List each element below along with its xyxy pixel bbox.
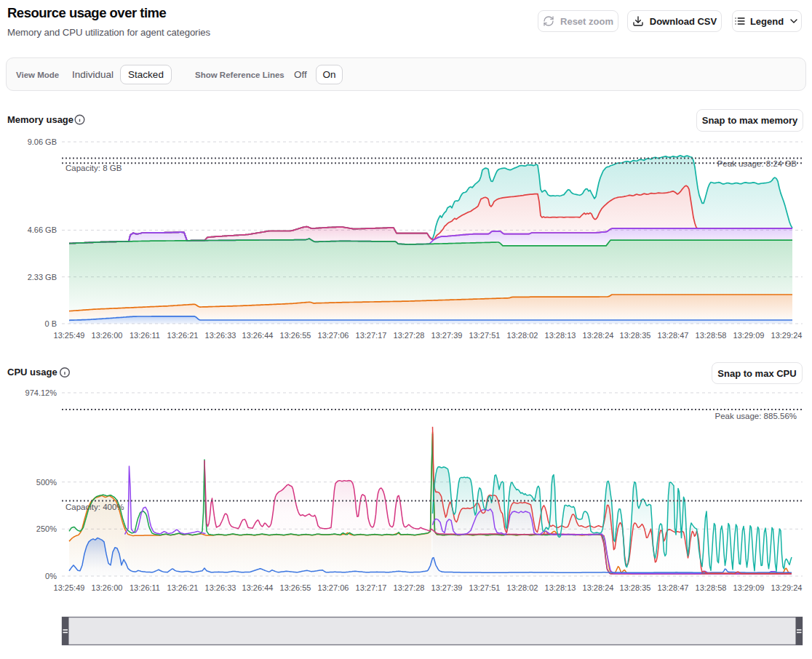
svg-text:13:28:02: 13:28:02 — [507, 331, 538, 340]
svg-text:13:27:28: 13:27:28 — [394, 331, 425, 340]
svg-text:9.06 GB: 9.06 GB — [28, 137, 57, 146]
svg-text:13:27:06: 13:27:06 — [318, 331, 349, 340]
svg-text:13:27:51: 13:27:51 — [469, 583, 501, 592]
svg-text:13:27:06: 13:27:06 — [318, 583, 349, 592]
svg-text:2.33 GB: 2.33 GB — [28, 273, 57, 281]
svg-text:13:27:39: 13:27:39 — [431, 583, 463, 592]
svg-text:0%: 0% — [45, 572, 57, 580]
svg-text:13:29:09: 13:29:09 — [733, 331, 765, 340]
svg-text:4.66 GB: 4.66 GB — [28, 225, 57, 234]
svg-text:13:29:09: 13:29:09 — [733, 583, 765, 592]
svg-text:974.12%: 974.12% — [25, 388, 57, 397]
svg-text:13:28:47: 13:28:47 — [658, 331, 689, 340]
svg-text:13:27:39: 13:27:39 — [431, 331, 463, 340]
svg-text:13:26:44: 13:26:44 — [242, 583, 274, 592]
svg-text:13:26:55: 13:26:55 — [280, 331, 311, 340]
svg-text:13:26:33: 13:26:33 — [205, 583, 236, 592]
svg-text:13:26:00: 13:26:00 — [92, 583, 123, 592]
svg-text:Capacity: 8 GB: Capacity: 8 GB — [65, 164, 122, 172]
svg-text:13:26:11: 13:26:11 — [130, 583, 160, 592]
svg-text:13:26:44: 13:26:44 — [242, 331, 274, 340]
svg-text:13:25:49: 13:25:49 — [54, 583, 85, 592]
svg-text:13:28:35: 13:28:35 — [620, 331, 651, 340]
svg-text:13:29:24: 13:29:24 — [771, 331, 803, 340]
svg-text:13:27:17: 13:27:17 — [356, 583, 387, 592]
svg-text:13:26:00: 13:26:00 — [92, 331, 123, 340]
svg-text:13:25:49: 13:25:49 — [54, 331, 85, 340]
svg-text:13:28:13: 13:28:13 — [545, 583, 576, 592]
svg-text:13:26:21: 13:26:21 — [167, 331, 199, 340]
svg-text:13:28:13: 13:28:13 — [545, 331, 576, 340]
svg-text:13:27:28: 13:27:28 — [394, 583, 425, 592]
svg-text:0 B: 0 B — [44, 319, 57, 328]
svg-text:13:28:58: 13:28:58 — [696, 331, 727, 340]
svg-text:Peak usage: 885.56%: Peak usage: 885.56% — [715, 412, 797, 420]
svg-text:Capacity: 400%: Capacity: 400% — [65, 503, 124, 511]
svg-text:13:29:24: 13:29:24 — [771, 583, 803, 592]
svg-text:250%: 250% — [36, 524, 57, 533]
svg-text:13:27:17: 13:27:17 — [356, 331, 387, 340]
svg-text:13:28:58: 13:28:58 — [696, 583, 727, 592]
svg-text:13:26:11: 13:26:11 — [130, 331, 160, 340]
svg-text:Peak usage: 8.24 GB: Peak usage: 8.24 GB — [717, 159, 797, 168]
svg-text:13:28:24: 13:28:24 — [583, 583, 614, 592]
svg-text:13:26:33: 13:26:33 — [205, 331, 236, 340]
svg-text:500%: 500% — [36, 478, 57, 487]
svg-text:13:27:51: 13:27:51 — [469, 331, 501, 340]
svg-text:13:28:47: 13:28:47 — [658, 583, 689, 592]
svg-text:13:26:21: 13:26:21 — [167, 583, 199, 592]
svg-text:13:28:24: 13:28:24 — [583, 331, 614, 340]
svg-text:13:28:35: 13:28:35 — [620, 583, 651, 592]
svg-text:13:28:02: 13:28:02 — [507, 583, 538, 592]
svg-text:13:26:55: 13:26:55 — [280, 583, 311, 592]
